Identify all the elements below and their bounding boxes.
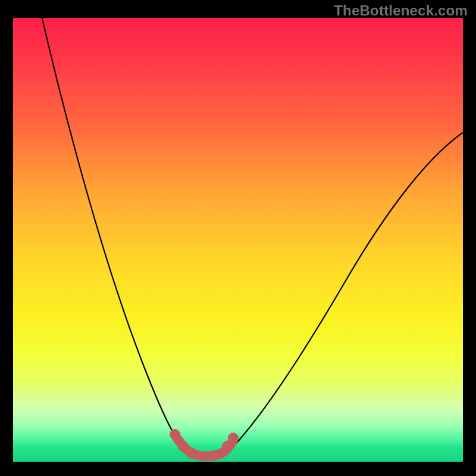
chart-frame: TheBottleneck.com <box>0 0 476 476</box>
watermark-text: TheBottleneck.com <box>334 2 468 19</box>
curve-left-branch <box>39 18 194 455</box>
highlight-dot-2 <box>178 441 189 452</box>
plot-area <box>13 18 463 462</box>
curve-right-branch <box>220 131 463 455</box>
highlight-dot-1 <box>170 429 180 440</box>
highlight-dot-5 <box>228 433 239 443</box>
highlight-dot-3 <box>186 448 197 459</box>
bottleneck-curve <box>13 18 463 462</box>
